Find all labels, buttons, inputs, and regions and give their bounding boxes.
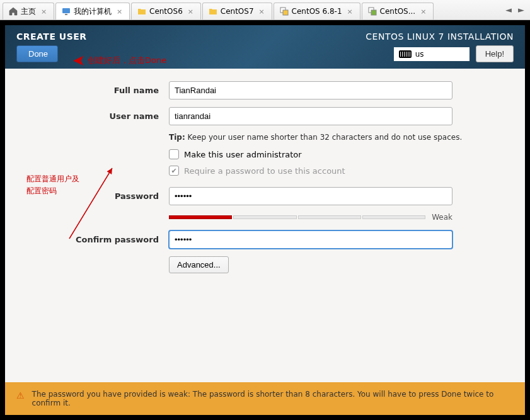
close-icon[interactable]: × [117,8,124,15]
close-icon[interactable]: × [188,8,195,15]
tab-label: CentOS6 [149,7,183,16]
folder-icon [137,6,147,16]
user-name-label: User name [30,111,169,121]
confirm-password-input[interactable] [169,230,452,249]
full-name-label: Full name [30,86,169,95]
vm-icon [279,6,289,16]
warning-text: The password you have provided is weak: … [32,390,514,407]
tab-label: CentOS 6.8-1 [292,7,342,16]
vm-icon [367,6,377,16]
tab-label: CentOS7 [221,7,254,16]
strength-label: Weak [432,213,452,222]
close-icon[interactable]: × [347,8,355,15]
tip-text: Tip: Keep your user name shorter than 32… [169,133,500,142]
svg-rect-1 [65,14,67,15]
tab-label: CentOS... [380,7,416,16]
checkbox-checked-icon [169,166,179,176]
tab-prev-button[interactable]: ◄ [502,4,515,16]
installer-header: CREATE USER Done CENTOS LINUX 7 INSTALLA… [5,25,525,69]
tab-home[interactable]: 主页 × [3,3,54,20]
close-icon[interactable]: × [41,8,49,15]
password-input[interactable] [169,187,452,205]
tab-centos-more[interactable]: CentOS... × [362,3,434,20]
admin-checkbox-label: Make this user administrator [184,150,302,159]
svg-rect-5 [371,10,376,15]
install-title: CENTOS LINUX 7 INSTALLATION [366,31,514,42]
tab-label: 主页 [21,6,36,17]
close-icon[interactable]: × [420,8,428,15]
tab-nav: ◄ ► [502,0,527,20]
app-frame: CREATE USER Done CENTOS LINUX 7 INSTALLA… [0,20,530,420]
tab-centos7[interactable]: CentOS7 × [202,3,272,20]
page-title: CREATE USER [16,31,87,42]
keyboard-layout: us [415,50,424,59]
tab-label: 我的计算机 [74,6,112,17]
warning-icon: ⚠ [16,390,25,400]
app-inner: CREATE USER Done CENTOS LINUX 7 INSTALLA… [5,25,525,415]
folder-icon [208,6,218,16]
advanced-button[interactable]: Advanced... [169,256,229,273]
svg-rect-0 [62,8,70,13]
form-area: Full name User name Tip: Keep your user … [5,69,525,382]
close-icon[interactable]: × [259,8,267,15]
require-password-label: Require a password to use this account [184,166,345,176]
password-label: Password [30,191,169,201]
tab-next-button[interactable]: ► [515,4,527,16]
warning-bar: ⚠ The password you have provided is weak… [5,382,525,415]
monitor-icon [61,6,71,16]
user-name-input[interactable] [169,107,452,125]
password-strength: Weak [169,213,452,222]
tab-my-computer[interactable]: 我的计算机 × [55,3,130,20]
admin-checkbox-row[interactable]: Make this user administrator [169,149,500,159]
full-name-input[interactable] [169,81,452,99]
keyboard-indicator[interactable]: us [394,47,470,61]
tab-centos6[interactable]: CentOS6 × [131,3,201,20]
home-icon [8,6,18,16]
svg-rect-3 [283,10,288,15]
keyboard-icon [399,50,412,58]
checkbox-icon[interactable] [169,149,179,159]
done-button[interactable]: Done [16,45,58,62]
help-button[interactable]: Help! [476,45,514,62]
tab-centos68[interactable]: CentOS 6.8-1 × [274,3,360,20]
tab-bar: 主页 × 我的计算机 × CentOS6 × CentOS7 × CentOS … [0,0,530,20]
confirm-password-label: Confirm password [30,235,169,244]
require-password-row: Require a password to use this account [169,166,500,176]
